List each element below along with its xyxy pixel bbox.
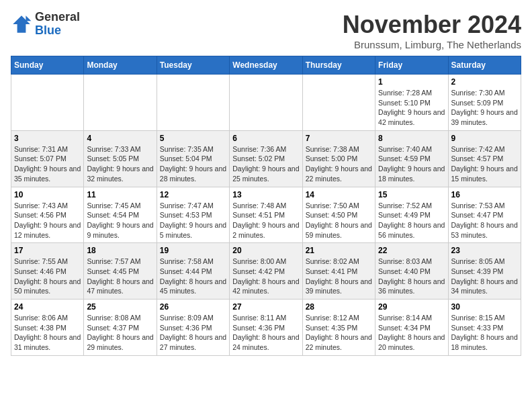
column-header-saturday: Saturday (448, 56, 521, 75)
logo: General Blue (11, 11, 80, 38)
day-info: Sunrise: 7:47 AM Sunset: 4:53 PM Dayligh… (160, 201, 226, 240)
calendar-day-cell: 23Sunrise: 8:05 AM Sunset: 4:39 PM Dayli… (448, 243, 521, 300)
day-info: Sunrise: 7:28 AM Sunset: 5:10 PM Dayligh… (378, 88, 445, 128)
day-number: 4 (87, 134, 153, 143)
day-number: 21 (306, 246, 372, 255)
column-header-friday: Friday (375, 56, 448, 75)
calendar-day-cell: 13Sunrise: 7:48 AM Sunset: 4:51 PM Dayli… (230, 187, 302, 243)
day-info: Sunrise: 7:53 AM Sunset: 4:47 PM Dayligh… (451, 201, 518, 240)
calendar-day-cell: 18Sunrise: 7:57 AM Sunset: 4:45 PM Dayli… (84, 243, 157, 300)
column-header-wednesday: Wednesday (230, 56, 302, 75)
column-header-tuesday: Tuesday (157, 56, 229, 75)
day-info: Sunrise: 7:45 AM Sunset: 4:54 PM Dayligh… (87, 201, 153, 240)
day-number: 18 (87, 246, 153, 255)
day-number: 8 (378, 134, 445, 143)
day-number: 15 (378, 190, 445, 199)
day-number: 20 (232, 246, 299, 255)
calendar-day-cell: 22Sunrise: 8:03 AM Sunset: 4:40 PM Dayli… (375, 243, 448, 300)
day-number: 12 (160, 190, 226, 199)
calendar-day-cell: 5Sunrise: 7:35 AM Sunset: 5:04 PM Daylig… (157, 130, 229, 187)
day-number: 24 (14, 302, 81, 312)
day-info: Sunrise: 8:08 AM Sunset: 4:37 PM Dayligh… (87, 313, 153, 353)
day-info: Sunrise: 8:14 AM Sunset: 4:34 PM Dayligh… (378, 313, 445, 353)
calendar-day-cell: 29Sunrise: 8:14 AM Sunset: 4:34 PM Dayli… (375, 300, 448, 356)
day-info: Sunrise: 7:50 AM Sunset: 4:50 PM Dayligh… (306, 201, 372, 240)
day-number: 2 (451, 77, 518, 87)
calendar-week-row: 10Sunrise: 7:43 AM Sunset: 4:56 PM Dayli… (11, 187, 521, 243)
calendar-day-cell: 4Sunrise: 7:33 AM Sunset: 5:05 PM Daylig… (84, 130, 157, 187)
day-info: Sunrise: 8:02 AM Sunset: 4:41 PM Dayligh… (306, 257, 372, 296)
day-info: Sunrise: 8:05 AM Sunset: 4:39 PM Dayligh… (451, 257, 518, 296)
calendar-day-cell: 3Sunrise: 7:31 AM Sunset: 5:07 PM Daylig… (11, 130, 84, 187)
day-number: 14 (306, 190, 372, 199)
day-info: Sunrise: 7:58 AM Sunset: 4:44 PM Dayligh… (160, 257, 226, 296)
calendar-day-cell: 21Sunrise: 8:02 AM Sunset: 4:41 PM Dayli… (302, 243, 375, 300)
day-number: 13 (232, 190, 299, 199)
day-info: Sunrise: 7:38 AM Sunset: 5:00 PM Dayligh… (306, 144, 372, 184)
calendar-week-row: 24Sunrise: 8:06 AM Sunset: 4:38 PM Dayli… (11, 300, 521, 356)
calendar-week-row: 1Sunrise: 7:28 AM Sunset: 5:10 PM Daylig… (11, 75, 521, 131)
day-number: 10 (14, 190, 81, 199)
calendar-day-cell: 6Sunrise: 7:36 AM Sunset: 5:02 PM Daylig… (230, 130, 302, 187)
column-header-thursday: Thursday (302, 56, 375, 75)
calendar-day-cell: 28Sunrise: 8:12 AM Sunset: 4:35 PM Dayli… (302, 300, 375, 356)
calendar-day-cell: 27Sunrise: 8:11 AM Sunset: 4:36 PM Dayli… (230, 300, 302, 356)
calendar-table: SundayMondayTuesdayWednesdayThursdayFrid… (11, 56, 521, 356)
day-number: 29 (378, 302, 445, 312)
day-number: 16 (451, 190, 518, 199)
calendar-day-cell: 19Sunrise: 7:58 AM Sunset: 4:44 PM Dayli… (157, 243, 229, 300)
calendar-day-cell: 10Sunrise: 7:43 AM Sunset: 4:56 PM Dayli… (11, 187, 84, 243)
day-number: 11 (87, 190, 153, 199)
day-info: Sunrise: 7:35 AM Sunset: 5:04 PM Dayligh… (160, 144, 226, 184)
day-number: 19 (160, 246, 226, 255)
day-info: Sunrise: 8:12 AM Sunset: 4:35 PM Dayligh… (306, 313, 372, 353)
calendar-day-cell: 15Sunrise: 7:52 AM Sunset: 4:49 PM Dayli… (375, 187, 448, 243)
calendar-day-cell (157, 75, 229, 131)
day-info: Sunrise: 7:48 AM Sunset: 4:51 PM Dayligh… (232, 201, 299, 240)
page-header: General Blue November 2024 Brunssum, Lim… (11, 11, 521, 50)
day-info: Sunrise: 8:11 AM Sunset: 4:36 PM Dayligh… (232, 313, 299, 353)
logo-icon (11, 13, 32, 35)
calendar-day-cell: 7Sunrise: 7:38 AM Sunset: 5:00 PM Daylig… (302, 130, 375, 187)
calendar-day-cell: 9Sunrise: 7:42 AM Sunset: 4:57 PM Daylig… (448, 130, 521, 187)
day-info: Sunrise: 8:06 AM Sunset: 4:38 PM Dayligh… (14, 313, 81, 353)
day-number: 30 (451, 302, 518, 312)
day-info: Sunrise: 7:52 AM Sunset: 4:49 PM Dayligh… (378, 201, 445, 240)
calendar-day-cell (84, 75, 157, 131)
day-number: 1 (378, 77, 445, 87)
day-info: Sunrise: 7:40 AM Sunset: 4:59 PM Dayligh… (378, 144, 445, 184)
day-number: 3 (14, 134, 81, 143)
day-info: Sunrise: 7:55 AM Sunset: 4:46 PM Dayligh… (14, 257, 81, 296)
calendar-day-cell: 25Sunrise: 8:08 AM Sunset: 4:37 PM Dayli… (84, 300, 157, 356)
calendar-day-cell: 14Sunrise: 7:50 AM Sunset: 4:50 PM Dayli… (302, 187, 375, 243)
calendar-day-cell: 1Sunrise: 7:28 AM Sunset: 5:10 PM Daylig… (375, 75, 448, 131)
day-number: 17 (14, 246, 81, 255)
day-number: 6 (232, 134, 299, 143)
calendar-day-cell: 24Sunrise: 8:06 AM Sunset: 4:38 PM Dayli… (11, 300, 84, 356)
calendar-day-cell: 20Sunrise: 8:00 AM Sunset: 4:42 PM Dayli… (230, 243, 302, 300)
day-info: Sunrise: 8:03 AM Sunset: 4:40 PM Dayligh… (378, 257, 445, 296)
calendar-day-cell (230, 75, 302, 131)
calendar-day-cell (11, 75, 84, 131)
calendar-day-cell: 16Sunrise: 7:53 AM Sunset: 4:47 PM Dayli… (448, 187, 521, 243)
calendar-day-cell: 8Sunrise: 7:40 AM Sunset: 4:59 PM Daylig… (375, 130, 448, 187)
calendar-day-cell: 12Sunrise: 7:47 AM Sunset: 4:53 PM Dayli… (157, 187, 229, 243)
title-section: November 2024 Brunssum, Limburg, The Net… (343, 11, 521, 50)
svg-marker-1 (26, 15, 31, 21)
day-info: Sunrise: 7:42 AM Sunset: 4:57 PM Dayligh… (451, 144, 518, 184)
calendar-day-cell: 26Sunrise: 8:09 AM Sunset: 4:36 PM Dayli… (157, 300, 229, 356)
day-number: 22 (378, 246, 445, 255)
calendar-day-cell: 17Sunrise: 7:55 AM Sunset: 4:46 PM Dayli… (11, 243, 84, 300)
day-info: Sunrise: 8:09 AM Sunset: 4:36 PM Dayligh… (160, 313, 226, 353)
day-number: 5 (160, 134, 226, 143)
calendar-header-row: SundayMondayTuesdayWednesdayThursdayFrid… (11, 56, 521, 75)
day-number: 25 (87, 302, 153, 312)
calendar-day-cell (302, 75, 375, 131)
logo-text: General Blue (35, 11, 80, 38)
day-info: Sunrise: 7:57 AM Sunset: 4:45 PM Dayligh… (87, 257, 153, 296)
day-info: Sunrise: 7:31 AM Sunset: 5:07 PM Dayligh… (14, 144, 81, 184)
column-header-sunday: Sunday (11, 56, 84, 75)
day-number: 28 (306, 302, 372, 312)
calendar-day-cell: 30Sunrise: 8:15 AM Sunset: 4:33 PM Dayli… (448, 300, 521, 356)
day-info: Sunrise: 8:15 AM Sunset: 4:33 PM Dayligh… (451, 313, 518, 353)
